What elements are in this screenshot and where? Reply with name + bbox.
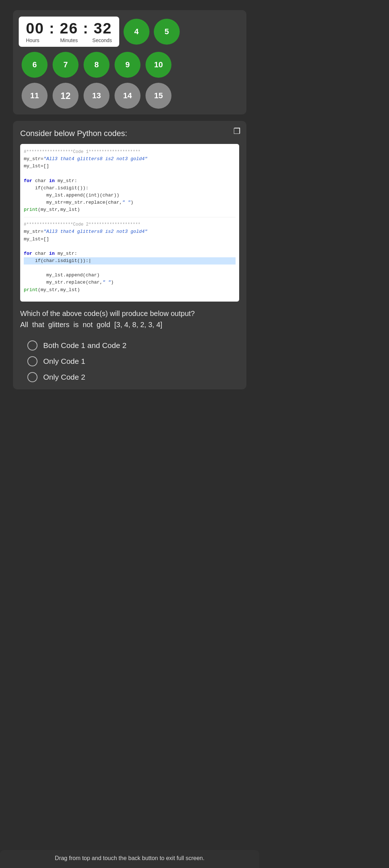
code2-header: #******************Code 2***************… <box>24 222 140 227</box>
seconds-display: 32 <box>94 20 112 37</box>
code1-line1: my_str="All3 that4 glitters8 is2 not3 go… <box>24 156 147 162</box>
option-code1[interactable]: Only Code 1 <box>27 356 239 366</box>
timer-digits: 00 : 26 : 32 <box>26 21 112 36</box>
number-btn-15[interactable]: 15 <box>146 83 171 109</box>
timer-row: 00 : 26 : 32 Hours Minutes Seconds 4 5 <box>19 17 241 47</box>
code2-line2: my_lst=[] <box>24 236 49 242</box>
option-code2[interactable]: Only Code 2 <box>27 372 239 382</box>
separator1: : <box>49 20 60 37</box>
timer-section: 00 : 26 : 32 Hours Minutes Seconds 4 5 6… <box>13 10 246 114</box>
code1-append: my_lst.append((int)(char)) <box>24 193 119 198</box>
timer-display: 00 : 26 : 32 Hours Minutes Seconds <box>19 17 119 47</box>
code2-for: for <box>24 251 32 256</box>
timer-labels: Hours Minutes Seconds <box>26 37 112 43</box>
option-code2-label: Only Code 2 <box>43 373 85 381</box>
number-btn-14[interactable]: 14 <box>115 83 140 109</box>
code1-if: if(char.isdigit()): <box>24 185 88 191</box>
code1-for: for <box>24 178 32 184</box>
option-both[interactable]: Both Code 1 and Code 2 <box>27 340 239 351</box>
radio-code2[interactable] <box>27 372 37 382</box>
minutes-label: Minutes <box>55 37 84 43</box>
separator2: : <box>83 20 94 37</box>
numbers-row-3: 11 12 13 14 15 <box>19 83 241 109</box>
numbers-row-2: 6 7 8 9 10 <box>19 52 241 78</box>
number-btn-12[interactable]: 12 <box>53 83 79 109</box>
number-btn-6[interactable]: 6 <box>22 52 48 78</box>
radio-code1[interactable] <box>27 356 37 366</box>
code1-line2: my_lst=[] <box>24 163 49 169</box>
code2-replace: my_str.replace(char," ") <box>24 280 114 285</box>
code1-replace: my_str=my_str.replace(char," ") <box>24 200 133 205</box>
hours-label: Hours <box>26 37 55 43</box>
number-btn-4[interactable]: 4 <box>124 19 149 45</box>
hours-display: 00 <box>26 20 44 37</box>
seconds-label: Seconds <box>83 37 112 43</box>
code2-line1: my_str="All3 that4 glitters8 is2 not3 go… <box>24 229 147 234</box>
code2-print: print <box>24 287 38 293</box>
code-block: #******************Code 1***************… <box>20 144 239 302</box>
number-btn-9[interactable]: 9 <box>115 52 140 78</box>
option-code1-label: Only Code 1 <box>43 357 85 366</box>
number-btn-10[interactable]: 10 <box>146 52 171 78</box>
radio-both[interactable] <box>27 340 37 351</box>
expand-icon[interactable]: ❐ <box>233 127 241 136</box>
question-title: Consider below Python codes: <box>20 129 239 138</box>
options-list: Both Code 1 and Code 2 Only Code 1 Only … <box>20 340 239 382</box>
question-section: ❐ Consider below Python codes: #********… <box>13 121 246 389</box>
minutes-display: 26 <box>60 20 78 37</box>
code1-section: #******************Code 1***************… <box>24 148 236 213</box>
code2-append: my_lst.append(char) <box>24 272 100 278</box>
number-btn-7[interactable]: 7 <box>53 52 79 78</box>
code2-section: #******************Code 2***************… <box>24 221 236 293</box>
code2-if: if(char.isdigit()):| <box>24 257 236 265</box>
number-btn-13[interactable]: 13 <box>84 83 109 109</box>
code1-header: #******************Code 1***************… <box>24 149 140 154</box>
code1-print: print <box>24 207 38 212</box>
number-btn-11[interactable]: 11 <box>22 83 48 109</box>
question-body: Which of the above code(s) will produce … <box>20 308 239 330</box>
number-btn-5[interactable]: 5 <box>154 19 180 45</box>
number-btn-8[interactable]: 8 <box>84 52 109 78</box>
option-both-label: Both Code 1 and Code 2 <box>43 341 126 350</box>
